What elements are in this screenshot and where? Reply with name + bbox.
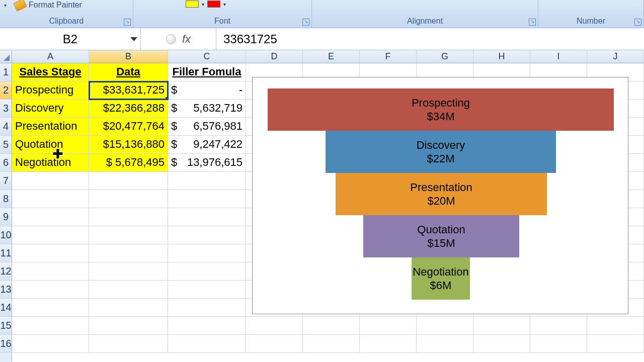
row-header[interactable]: 13 bbox=[0, 281, 12, 299]
cell[interactable] bbox=[89, 335, 168, 353]
funnel-chart[interactable]: Prospecting $34M Discovery $22M Presenta… bbox=[252, 77, 628, 314]
row-header[interactable]: 11 bbox=[0, 244, 12, 262]
row-header[interactable]: 9 bbox=[0, 208, 12, 226]
dialog-launcher-icon[interactable]: ↘ bbox=[529, 19, 536, 26]
name-box-dropdown-icon[interactable] bbox=[130, 37, 137, 41]
cell[interactable] bbox=[417, 317, 473, 335]
cell[interactable] bbox=[168, 299, 246, 317]
column-header[interactable]: B bbox=[89, 50, 168, 63]
cell[interactable] bbox=[89, 208, 168, 226]
selected-cell[interactable]: $33,631,725 bbox=[89, 81, 168, 100]
cell[interactable] bbox=[168, 262, 246, 281]
cell[interactable] bbox=[89, 262, 168, 281]
cell[interactable] bbox=[12, 262, 89, 281]
row-header[interactable]: 14 bbox=[0, 299, 12, 317]
cell[interactable] bbox=[587, 335, 644, 353]
cell[interactable] bbox=[12, 317, 89, 335]
cancel-icon[interactable] bbox=[166, 34, 176, 44]
cell[interactable] bbox=[89, 172, 168, 190]
cell[interactable]: Negotiation bbox=[12, 154, 89, 172]
cell[interactable]: Filler Fomula bbox=[168, 63, 246, 81]
cell[interactable] bbox=[12, 226, 89, 244]
row-header[interactable]: 10 bbox=[0, 226, 12, 244]
select-all-corner[interactable] bbox=[0, 50, 12, 63]
format-painter-label[interactable]: Format Painter bbox=[29, 1, 82, 10]
column-header[interactable]: I bbox=[530, 50, 587, 63]
dialog-launcher-icon[interactable]: ↘ bbox=[124, 19, 131, 26]
fill-color-dropdown-icon[interactable]: ▾ bbox=[202, 2, 204, 7]
column-header[interactable]: A bbox=[12, 50, 89, 63]
cell[interactable] bbox=[168, 244, 246, 262]
cell[interactable] bbox=[530, 317, 587, 335]
cell[interactable] bbox=[417, 335, 473, 353]
formula-input[interactable]: 33631725 bbox=[216, 28, 644, 50]
dialog-launcher-icon[interactable]: ↘ bbox=[302, 19, 309, 26]
cell[interactable] bbox=[168, 190, 246, 208]
name-box[interactable]: B2 bbox=[0, 28, 141, 50]
cell[interactable]: $9,247,422 bbox=[168, 136, 246, 154]
cell[interactable] bbox=[89, 281, 168, 299]
cell[interactable]: $- bbox=[168, 81, 246, 100]
row-header[interactable]: 12 bbox=[0, 262, 12, 281]
row-header[interactable]: 3 bbox=[0, 100, 12, 118]
cell[interactable] bbox=[168, 317, 246, 335]
cell[interactable] bbox=[587, 317, 644, 335]
cell[interactable] bbox=[168, 208, 246, 226]
column-header[interactable]: J bbox=[587, 50, 644, 63]
column-header[interactable]: C bbox=[168, 50, 246, 63]
cell[interactable] bbox=[473, 335, 530, 353]
cell[interactable] bbox=[89, 244, 168, 262]
fx-icon[interactable]: fx bbox=[182, 33, 191, 46]
cell[interactable] bbox=[12, 281, 89, 299]
cell[interactable] bbox=[168, 172, 246, 190]
cell[interactable] bbox=[530, 335, 587, 353]
cell[interactable]: $15,136,880 bbox=[89, 136, 168, 154]
cell[interactable] bbox=[246, 317, 303, 335]
cell[interactable] bbox=[12, 190, 89, 208]
paste-dropdown-icon[interactable]: ▾ bbox=[4, 3, 7, 8]
font-color-dropdown-icon[interactable]: ▾ bbox=[223, 2, 226, 7]
cell[interactable] bbox=[12, 244, 89, 262]
cell[interactable]: Discovery bbox=[12, 100, 89, 118]
row-header[interactable]: 5 bbox=[0, 136, 12, 154]
row-header[interactable]: 4 bbox=[0, 118, 12, 136]
cell[interactable] bbox=[168, 226, 246, 244]
cell[interactable]: $ 5,678,495 bbox=[89, 154, 168, 172]
cell[interactable] bbox=[303, 317, 360, 335]
cell[interactable]: Prospecting bbox=[12, 81, 89, 100]
row-header[interactable]: 7 bbox=[0, 172, 12, 190]
cell[interactable] bbox=[12, 208, 89, 226]
dialog-launcher-icon[interactable]: ↘ bbox=[634, 19, 641, 26]
row-header[interactable]: 8 bbox=[0, 190, 12, 208]
row-header[interactable]: 16 bbox=[0, 335, 12, 353]
cell[interactable] bbox=[303, 335, 360, 353]
row-header[interactable]: 2 bbox=[0, 81, 12, 100]
cell[interactable] bbox=[168, 335, 246, 353]
column-header[interactable]: D bbox=[246, 50, 303, 63]
cell[interactable] bbox=[12, 299, 89, 317]
format-painter-icon[interactable] bbox=[13, 0, 27, 12]
cell[interactable]: $5,632,719 bbox=[168, 100, 246, 118]
cell[interactable] bbox=[360, 317, 417, 335]
cell[interactable]: $22,366,288 bbox=[89, 100, 168, 118]
cell[interactable]: $6,576,981 bbox=[168, 118, 246, 136]
column-header[interactable]: H bbox=[473, 50, 530, 63]
column-header[interactable]: E bbox=[303, 50, 360, 63]
cell[interactable]: Data bbox=[89, 63, 168, 81]
cell[interactable]: Sales Stage bbox=[12, 63, 89, 81]
cell[interactable] bbox=[360, 335, 417, 353]
cell[interactable] bbox=[12, 172, 89, 190]
cell[interactable]: $20,477,764 bbox=[89, 118, 168, 136]
cell[interactable] bbox=[89, 226, 168, 244]
cell[interactable]: Presentation bbox=[12, 118, 89, 136]
cell[interactable] bbox=[473, 317, 530, 335]
row-header[interactable]: 1 bbox=[0, 63, 12, 81]
cell[interactable] bbox=[246, 335, 303, 353]
cell[interactable] bbox=[89, 317, 168, 335]
cell[interactable] bbox=[89, 299, 168, 317]
cell[interactable] bbox=[89, 190, 168, 208]
column-header[interactable]: F bbox=[360, 50, 417, 63]
cell[interactable] bbox=[168, 281, 246, 299]
row-header[interactable]: 6 bbox=[0, 154, 12, 172]
font-color-swatch[interactable] bbox=[207, 1, 220, 8]
